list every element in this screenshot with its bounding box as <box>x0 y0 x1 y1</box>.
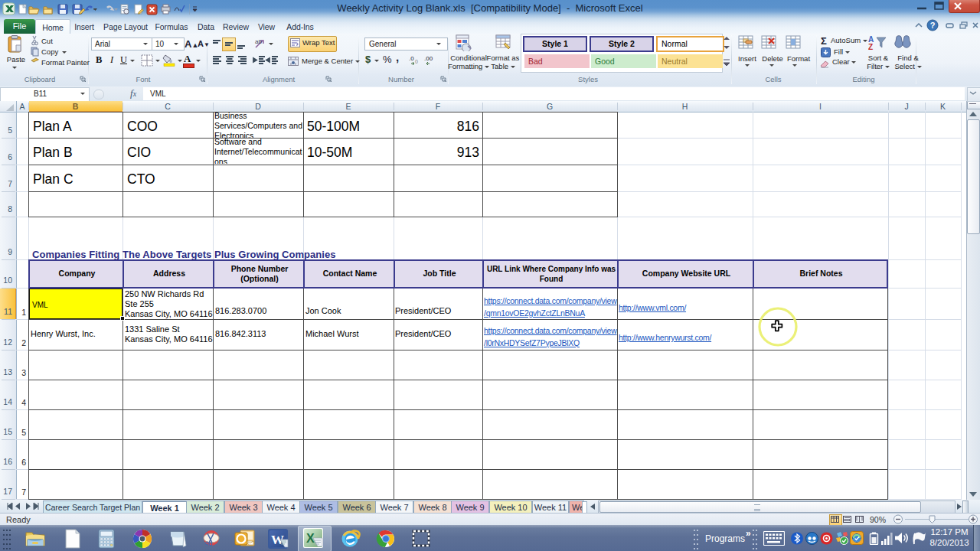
svg-text:0: 0 <box>415 59 418 64</box>
svg-text:.00: .00 <box>424 55 433 62</box>
svg-text:ab: ab <box>255 38 262 45</box>
svg-text:?: ? <box>930 21 936 30</box>
svg-text:.0: .0 <box>409 55 414 62</box>
svg-text:Z: Z <box>868 43 873 51</box>
